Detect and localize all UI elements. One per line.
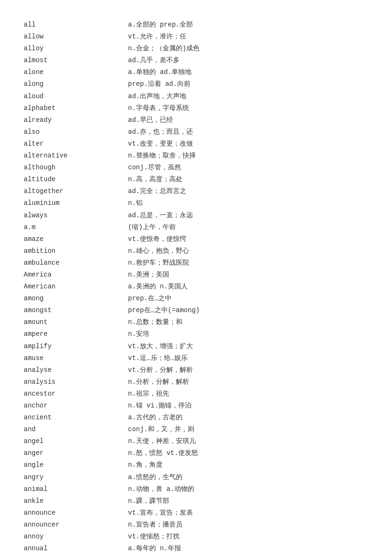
vocab-row: altituden.高，高度；高处 xyxy=(24,174,368,185)
vocab-row: animaln.动物，兽 a.动物的 xyxy=(24,483,368,495)
vocab-row: alla.全部的 prep.全部 xyxy=(24,19,368,31)
vocab-row: amplifyvt.放大，增强；扩大 xyxy=(24,341,368,352)
vocab-row: alloyn.合金；（金属的)成色 xyxy=(24,43,368,55)
definition: prep在…之中(=among) xyxy=(128,305,368,316)
word: America xyxy=(24,269,128,280)
word: aloud xyxy=(24,91,128,102)
vocab-row: allowvt.允许，准许；任 xyxy=(24,31,368,43)
word: amaze xyxy=(24,234,128,245)
word: allow xyxy=(24,31,128,42)
vocab-row: ampere n.安培 xyxy=(24,328,368,340)
definition: vt.改变，变更；改做 xyxy=(128,139,368,149)
vocab-row: angrya.愤怒的，生气的 xyxy=(24,472,368,483)
word: amplify xyxy=(24,341,128,352)
definition: ad.几乎，差不多 xyxy=(128,55,368,66)
definition: prep.沿着 ad.向前 xyxy=(128,79,368,90)
vocab-row: angel n.天使，神差，安琪儿 xyxy=(24,435,368,447)
word: ampere xyxy=(24,329,128,340)
definition: n.美洲；美国 xyxy=(128,269,368,280)
vocab-row: ankle n.踝，踝节部 xyxy=(24,495,368,507)
word: annoy xyxy=(24,531,128,542)
word: among xyxy=(24,293,128,304)
definition: ad.总是，一直；永远 xyxy=(128,210,368,221)
vocab-row: angern.怒，愤怒 vt.使发怒 xyxy=(24,447,368,459)
word: almost xyxy=(24,55,128,66)
definition: n.祖宗，祖先 xyxy=(128,388,368,399)
definition: vt.分析，分解，解析 xyxy=(128,365,368,376)
word: amongst xyxy=(24,305,128,316)
vocab-row: aluminiumn.铝 xyxy=(24,197,368,209)
vocab-row: anglen.角，角度 xyxy=(24,459,368,471)
definition: n.总数；数量；和 xyxy=(128,317,368,328)
word: analysis xyxy=(24,377,128,388)
word: ancestor xyxy=(24,388,128,399)
definition: ad.出声地，大声地 xyxy=(128,91,368,102)
definition: n.替换物；取舍，抉择 xyxy=(128,150,368,161)
word: animal xyxy=(24,484,128,495)
word: analyse xyxy=(24,365,128,376)
vocab-row: amazevt.使惊奇，使惊愕 xyxy=(24,233,368,245)
definition: n.角，角度 xyxy=(128,460,368,471)
vocab-row: alongprep.沿着 ad.向前 xyxy=(24,78,368,90)
word: all xyxy=(24,19,128,30)
vocab-row: altogether ad.完全；总而言之 xyxy=(24,185,368,197)
vocab-row: analysevt.分析，分解，解析 xyxy=(24,364,368,376)
word: ambition xyxy=(24,246,128,257)
definition: n.字母表，字母系统 xyxy=(128,103,368,114)
word: ankle xyxy=(24,496,128,507)
vocab-row: amongstprep在…之中(=among) xyxy=(24,305,368,316)
definition: conj.尽管，虽然 xyxy=(128,162,368,173)
word: amount xyxy=(24,317,128,328)
definition: prep.在…之中 xyxy=(128,293,368,304)
definition: ad.早已，已经 xyxy=(128,115,368,126)
vocab-row: American.美洲；美国 xyxy=(24,269,368,281)
word: and xyxy=(24,424,128,435)
definition: n.分析，分解，解析 xyxy=(128,377,368,388)
vocab-row: alphabetn.字母表，字母系统 xyxy=(24,102,368,114)
word: announce xyxy=(24,508,128,518)
definition: n.宣告者；播音员 xyxy=(128,519,368,530)
definition: vt.允许，准许；任 xyxy=(128,31,368,42)
word: anger xyxy=(24,448,128,459)
word: alter xyxy=(24,139,128,149)
vocab-row: altervt.改变，变更；改做 xyxy=(24,138,368,150)
word: along xyxy=(24,79,128,90)
word: angle xyxy=(24,460,128,471)
definition: a.古代的，古老的 xyxy=(128,412,368,423)
vocab-row: annoyvt.使恼怒；打扰 xyxy=(24,531,368,543)
vocab-row: announcevt.宣布，宣告；发表 xyxy=(24,507,368,519)
vocab-row: alternative n.替换物；取舍，抉择 xyxy=(24,150,368,162)
definition: ad.亦，也；而且，还 xyxy=(128,127,368,138)
word: anchor xyxy=(24,400,128,411)
definition: vt.放大，增强；扩大 xyxy=(128,341,368,352)
word: also xyxy=(24,127,128,138)
vocab-row: anchorn.锚 vi.抛锚，停泊 xyxy=(24,400,368,412)
definition: conj.和，又，并，则 xyxy=(128,424,368,435)
vocab-row: ambulancen.救护车；野战医院 xyxy=(24,257,368,269)
word: alone xyxy=(24,67,128,78)
vocab-row: a.m(缩)上午，午前 xyxy=(24,222,368,233)
word: ancient xyxy=(24,412,128,423)
definition: (缩)上午，午前 xyxy=(128,222,368,233)
vocab-table: alla.全部的 prep.全部allowvt.允许，准许；任alloyn.合金… xyxy=(24,19,368,555)
definition: n.踝，踝节部 xyxy=(128,496,368,507)
definition: n.锚 vi.抛锚，停泊 xyxy=(128,400,368,411)
vocab-row: ambitionn.雄心，抱负，野心 xyxy=(24,245,368,257)
definition: n.高，高度；高处 xyxy=(128,174,368,185)
definition: a.每年的 n.年报 xyxy=(128,543,368,554)
word: a.m xyxy=(24,222,128,233)
definition: n.雄心，抱负，野心 xyxy=(128,246,368,257)
word: always xyxy=(24,210,128,221)
word: aluminium xyxy=(24,198,128,209)
vocab-row: announcern.宣告者；播音员 xyxy=(24,519,368,531)
word: amuse xyxy=(24,353,128,364)
word: angel xyxy=(24,436,128,447)
definition: ad.完全；总而言之 xyxy=(128,186,368,197)
vocab-row: alwaysad.总是，一直；永远 xyxy=(24,210,368,222)
definition: vt.使惊奇，使惊愕 xyxy=(128,234,368,245)
vocab-row: alsoad.亦，也；而且，还 xyxy=(24,126,368,138)
word: annual xyxy=(24,543,128,554)
definition: n.怒，愤怒 vt.使发怒 xyxy=(128,448,368,459)
vocab-row: alreadyad.早已，已经 xyxy=(24,114,368,126)
word: already xyxy=(24,115,128,126)
